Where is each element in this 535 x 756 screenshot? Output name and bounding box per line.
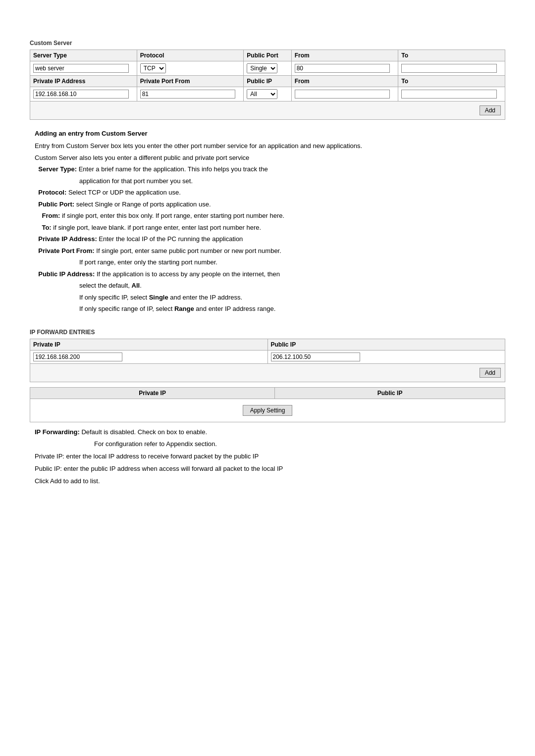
private-port-from-input[interactable] <box>140 90 236 99</box>
public-ip-single-bold: Single <box>149 294 168 301</box>
col-protocol: Protocol <box>137 50 244 61</box>
public-ip-text: If the application is to access by any p… <box>95 270 280 278</box>
desc-private-port: Private Port From: If single port, enter… <box>35 246 505 256</box>
public-ip-label: Public IP Address: <box>38 270 95 278</box>
public-ip-indent3-text: If only specific range of IP, select <box>79 305 174 312</box>
description-section: Adding an entry from Custom Server Entry… <box>30 130 505 314</box>
desc-para1: Entry from Custom Server box lets you en… <box>35 141 505 151</box>
public-port-text: select Single or Range of ports applicat… <box>74 201 211 208</box>
entries-public-ip-header: Public IP <box>275 387 505 399</box>
ip-forward-title: IP FORWARD ENTRIES <box>30 329 505 336</box>
private-ip-text: Enter the local IP of the PC running the… <box>97 235 243 243</box>
desc-to: To: if single port, leave blank. if port… <box>35 223 505 233</box>
public-ip-indent1-end: . <box>140 282 142 289</box>
col-to: To <box>398 50 505 61</box>
protocol-text: Select TCP or UDP the application use. <box>66 189 181 196</box>
description-title: Adding an entry from Custom Server <box>35 130 505 137</box>
custom-server-title: Custom Server <box>30 40 505 47</box>
public-ip-indent2-end: and enter the IP address. <box>168 294 242 301</box>
server-type-label: Server Type: <box>38 165 77 173</box>
desc-public-port: Public Port: select Single or Range of p… <box>35 200 505 209</box>
sub-header-row: Private IP Address Private Port From Pub… <box>30 76 505 87</box>
ip-forward-add-row: Add <box>30 363 505 382</box>
to-text: if single port, leave blank. if port ran… <box>52 224 261 231</box>
ip-forward-input-row <box>30 350 505 363</box>
protocol-select[interactable]: TCP UDP <box>140 63 166 73</box>
config-text: For configuration refer to Appendix sect… <box>35 439 505 450</box>
public-port-select[interactable]: Single Range <box>247 63 277 73</box>
ip-forwarding-label: IP Forwarding: <box>35 428 80 436</box>
subheader-private-ip: Private IP Address <box>30 76 137 87</box>
ip-forwarding-text: Default is disabled. Check on box to ena… <box>80 428 207 436</box>
add-button-row: Add <box>30 101 505 120</box>
desc-public-ip-indent2: If only specific IP, select Single and e… <box>35 293 505 302</box>
from-label: From: <box>42 212 60 219</box>
custom-server-add-button[interactable]: Add <box>480 105 501 115</box>
desc-public-ip-indent3: If only specific range of IP, select Ran… <box>35 304 505 314</box>
entries-apply-row: Apply Setting <box>30 399 505 422</box>
subheader-to2: To <box>398 76 505 87</box>
to-label: To: <box>42 224 51 231</box>
public-ip-desc: Public IP: enter the public IP address w… <box>35 464 505 474</box>
ip-forward-private-ip-input[interactable] <box>33 353 122 361</box>
desc-server-type: Server Type: Enter a brief name for the … <box>35 164 505 174</box>
desc-private-ip: Private IP Address: Enter the local IP o… <box>35 234 505 244</box>
private-port-text: If single port, enter same public port n… <box>95 247 281 254</box>
private-ip-input[interactable] <box>33 90 129 99</box>
entries-private-ip-header: Private IP <box>30 387 275 399</box>
desc-public-ip-indent1: select the default, All. <box>35 281 505 291</box>
desc-from: From: if single port, enter this box onl… <box>35 211 505 221</box>
private-ip-label: Private IP Address: <box>38 235 97 243</box>
ip-forward-section: IP FORWARD ENTRIES Private IP Public IP … <box>30 329 505 487</box>
public-port-label: Public Port: <box>38 201 74 208</box>
public-ip-all-bold: All <box>132 282 140 289</box>
ip-forward-public-ip-input[interactable] <box>271 353 360 361</box>
custom-server-table: Server Type Protocol Public Port From To… <box>30 50 505 120</box>
private-ip-desc: Private IP: enter the local IP address t… <box>35 452 505 462</box>
public-ip-indent3-end: and enter IP address range. <box>194 305 276 312</box>
public-ip-indent2-text: If only specific IP, select <box>79 294 149 301</box>
desc-para2: Custom Server also lets you enter a diff… <box>35 153 505 163</box>
ip-forward-input-table: Private IP Public IP Add <box>30 339 505 382</box>
custom-server-section: Custom Server Server Type Protocol Publi… <box>30 40 505 120</box>
col-public-port: Public Port <box>244 50 291 61</box>
from-text: if single port, enter this box only. If … <box>60 212 284 219</box>
server-type-text: Enter a brief name for the application. … <box>77 165 268 173</box>
public-ip-range-bold: Range <box>174 305 194 312</box>
public-ip-indent1-text: select the default, <box>79 282 132 289</box>
subheader-public-ip: Public IP <box>244 76 291 87</box>
subheader-private-port: Private Port From <box>137 76 244 87</box>
from-input-row1[interactable] <box>295 64 390 73</box>
protocol-label: Protocol: <box>38 189 66 196</box>
desc-server-type-indent: application for that port number you set… <box>35 176 505 186</box>
public-ip-select[interactable]: All Single Range <box>247 89 277 99</box>
apply-setting-button[interactable]: Apply Setting <box>243 405 293 416</box>
click-add-desc: Click Add to add to list. <box>35 476 505 487</box>
to-input-row1[interactable] <box>401 64 497 73</box>
desc-public-ip: Public IP Address: If the application is… <box>35 269 505 279</box>
desc-private-port-indent: If port range, enter only the starting p… <box>35 257 505 267</box>
ip-forwarding-desc: IP Forwarding: Default is disabled. Chec… <box>35 427 505 438</box>
server-type-input[interactable] <box>33 64 129 73</box>
ip-entries-list-table: Private IP Public IP Apply Setting <box>30 387 505 422</box>
desc-protocol: Protocol: Select TCP or UDP the applicat… <box>35 188 505 198</box>
ip-forward-add-button[interactable]: Add <box>480 368 501 378</box>
table-row-1: TCP UDP Single Range <box>30 61 505 76</box>
table-row-2: All Single Range <box>30 87 505 101</box>
ip-forward-private-ip-header: Private IP <box>30 339 268 350</box>
from-input-row2[interactable] <box>295 90 390 99</box>
ip-forward-public-ip-header: Public IP <box>268 339 505 350</box>
private-port-label: Private Port From: <box>38 247 94 254</box>
col-server-type: Server Type <box>30 50 137 61</box>
subheader-from2: From <box>291 76 398 87</box>
to-input-row2[interactable] <box>401 90 497 99</box>
ip-forward-desc: IP Forwarding: Default is disabled. Chec… <box>30 427 505 487</box>
col-from: From <box>291 50 398 61</box>
